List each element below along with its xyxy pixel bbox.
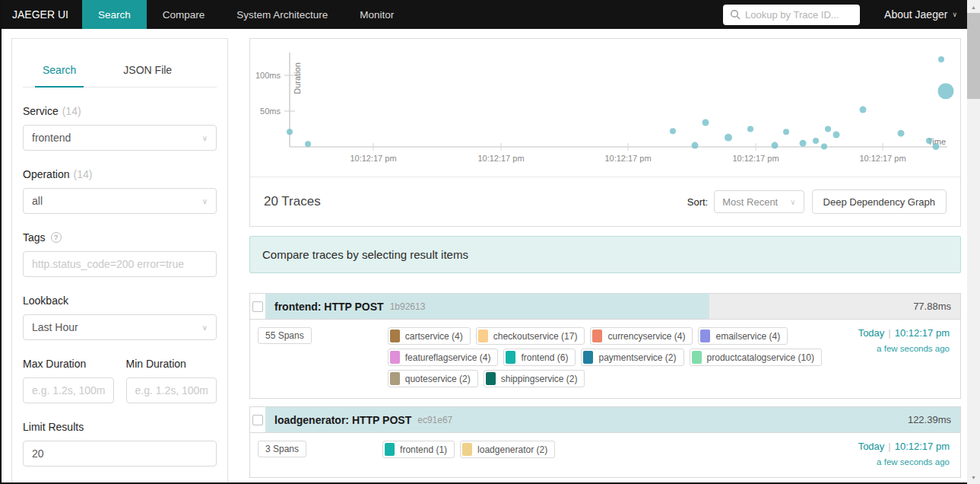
nav-item-system-architecture[interactable]: System Architecture xyxy=(220,0,344,29)
scroll-down-icon[interactable]: ▼ xyxy=(967,472,980,482)
tab-json-file[interactable]: JSON File xyxy=(116,58,179,87)
trace-time: 10:12:17 pm xyxy=(895,441,950,452)
svg-text:10:12:17 pm: 10:12:17 pm xyxy=(350,154,396,163)
trace-time: 10:12:17 pm xyxy=(895,327,950,339)
tags-input[interactable] xyxy=(23,251,217,277)
trace-id: 1b92613 xyxy=(390,301,426,312)
trace-result-card: loadgenerator: HTTP POST ec91e67 122.39m… xyxy=(249,406,961,478)
service-tag: paymentservice (2) xyxy=(581,349,683,366)
duration-scatter-chart[interactable]: 50ms100ms10:12:17 pm10:12:17 pm10:12:17 … xyxy=(250,39,960,177)
scrollbar-thumb[interactable] xyxy=(967,13,980,99)
trace-id-search-box[interactable] xyxy=(723,5,860,25)
svg-text:10:12:17 pm: 10:12:17 pm xyxy=(604,154,651,163)
chevron-down-icon: ∨ xyxy=(952,11,957,18)
service-select[interactable]: frontend ∨ xyxy=(23,125,217,151)
service-color-swatch xyxy=(583,351,593,364)
service-color-swatch xyxy=(390,372,400,385)
service-select-value: frontend xyxy=(32,132,71,144)
service-tag: frontend (1) xyxy=(382,441,455,458)
sort-label: Sort: xyxy=(687,196,708,208)
service-tag: currencyservice (4) xyxy=(590,327,693,345)
limit-results-label: Limit Results xyxy=(23,421,217,433)
sort-select-value: Most Recent xyxy=(722,196,778,208)
compare-banner: Compare traces by selecting result items xyxy=(249,236,961,273)
trace-link[interactable]: frontend: HTTP POST 1b92613 77.88ms xyxy=(250,294,960,320)
trace-card-body: 55 Spans cartservice (4)checkoutservice … xyxy=(250,320,960,398)
trace-header-content: loadgenerator: HTTP POST ec91e67 122.39m… xyxy=(265,414,960,426)
trace-header-content: frontend: HTTP POST 1b92613 77.88ms xyxy=(265,301,960,313)
sidebar-tabs: Search JSON File xyxy=(23,58,217,88)
service-color-swatch xyxy=(692,351,702,364)
operation-select-value: all xyxy=(32,195,43,207)
service-tag: featureflagservice (4) xyxy=(388,349,499,366)
about-jaeger-label: About Jaeger xyxy=(884,8,947,21)
trace-timestamp: Today|10:12:17 pm a few seconds ago xyxy=(858,327,950,353)
chevron-down-icon: ∨ xyxy=(202,323,208,332)
svg-text:Duration: Duration xyxy=(293,62,302,94)
trace-link[interactable]: loadgenerator: HTTP POST ec91e67 122.39m… xyxy=(250,407,960,433)
nav-item-compare[interactable]: Compare xyxy=(147,0,221,29)
results-header: 20 Traces Sort: Most Recent ∨ Deep Depen… xyxy=(250,177,960,226)
service-color-swatch xyxy=(390,351,400,364)
trace-duration: 122.39ms xyxy=(908,414,951,425)
tags-label: Tags ? xyxy=(23,231,217,244)
chevron-down-icon: ∨ xyxy=(202,197,208,205)
help-icon[interactable]: ? xyxy=(51,232,62,243)
trace-id-search-input[interactable] xyxy=(745,9,853,21)
checkbox-cell xyxy=(250,407,265,432)
service-tag: quoteservice (2) xyxy=(388,370,478,387)
lookback-select-value: Last Hour xyxy=(32,321,78,333)
window-edge-left xyxy=(0,0,2,484)
tab-search[interactable]: Search xyxy=(35,58,84,88)
service-color-swatch xyxy=(592,330,602,342)
main-content: 50ms100ms10:12:17 pm10:12:17 pm10:12:17 … xyxy=(249,38,961,484)
service-tag-list: cartservice (4)checkoutservice (17)curre… xyxy=(388,327,858,387)
vertical-scrollbar[interactable]: ▲ ▼ xyxy=(967,0,980,484)
service-color-swatch xyxy=(385,443,395,456)
service-color-swatch xyxy=(700,330,710,342)
trace-relative-time: a few seconds ago xyxy=(858,344,950,353)
lookback-select[interactable]: Last Hour ∨ xyxy=(23,314,217,340)
about-jaeger-menu[interactable]: About Jaeger ∨ xyxy=(884,8,957,21)
checkbox-cell xyxy=(250,294,265,319)
deep-dependency-graph-button[interactable]: Deep Dependency Graph xyxy=(812,189,947,214)
service-tag: productcatalogservice (10) xyxy=(690,349,822,366)
scroll-up-icon[interactable]: ▲ xyxy=(967,2,980,12)
trace-date: Today xyxy=(858,327,885,339)
sort-select[interactable]: Most Recent ∨ xyxy=(714,190,804,213)
service-tag: emailservice (4) xyxy=(698,327,788,345)
service-label: Service (14) xyxy=(23,105,217,117)
svg-text:50ms: 50ms xyxy=(260,107,281,116)
service-tag-list: frontend (1)loadgenerator (2) xyxy=(382,441,858,458)
max-duration-input[interactable] xyxy=(23,377,114,403)
operation-label: Operation (14) xyxy=(23,168,217,180)
service-tag: frontend (6) xyxy=(503,349,576,366)
limit-results-input[interactable] xyxy=(23,441,217,466)
trace-duration: 77.88ms xyxy=(913,301,951,312)
svg-text:10:12:17 pm: 10:12:17 pm xyxy=(732,154,779,163)
min-duration-input[interactable] xyxy=(126,377,217,403)
trace-relative-time: a few seconds ago xyxy=(858,457,950,466)
trace-count: 20 Traces xyxy=(264,194,687,209)
trace-card-body: 3 Spans frontend (1)loadgenerator (2) To… xyxy=(250,433,960,477)
app-logo: JAEGER UI xyxy=(0,8,82,21)
trace-compare-checkbox[interactable] xyxy=(252,301,263,312)
operation-select[interactable]: all ∨ xyxy=(23,188,217,214)
date-separator: | xyxy=(884,327,894,339)
service-tag: shippingservice (2) xyxy=(484,370,585,387)
search-icon xyxy=(730,9,741,20)
trace-title: loadgenerator: HTTP POST xyxy=(274,414,411,426)
trace-date: Today xyxy=(858,441,885,452)
nav-item-search[interactable]: Search xyxy=(82,0,147,29)
results-panel: 50ms100ms10:12:17 pm10:12:17 pm10:12:17 … xyxy=(249,38,961,227)
trace-result-card: frontend: HTTP POST 1b92613 77.88ms 55 S… xyxy=(249,293,961,399)
trace-timestamp: Today|10:12:17 pm a few seconds ago xyxy=(858,441,950,466)
service-color-swatch xyxy=(390,330,400,342)
trace-compare-checkbox[interactable] xyxy=(252,415,263,425)
nav-item-monitor[interactable]: Monitor xyxy=(344,0,410,29)
search-sidebar: Search JSON File Service (14) frontend ∨… xyxy=(11,38,228,484)
span-count-chip: 3 Spans xyxy=(258,441,306,457)
service-color-swatch xyxy=(506,351,515,364)
service-tag: loadgenerator (2) xyxy=(460,441,555,458)
lookback-label: Lookback xyxy=(23,295,217,307)
